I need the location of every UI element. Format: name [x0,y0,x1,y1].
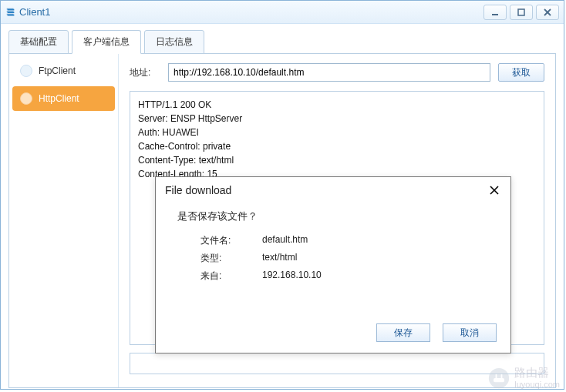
from-value: 192.168.10.10 [262,270,322,283]
dialog-row-from: 来自: 192.168.10.10 [200,270,489,283]
address-input[interactable] [168,63,490,82]
filename-value: default.htm [262,234,308,247]
tab-client-info[interactable]: 客户端信息 [72,30,141,54]
window-controls [483,5,559,20]
maximize-button[interactable] [510,5,533,20]
client-sidebar: FtpClient HttpClient [9,54,119,387]
dialog-titlebar: File download [156,177,510,202]
minimize-button[interactable] [483,5,507,20]
svg-rect-1 [518,9,524,15]
bottom-panel [130,353,544,374]
sidebar-item-label: FtpClient [39,65,76,76]
tab-basic-config[interactable]: 基础配置 [8,30,69,54]
type-value: text/html [262,252,297,265]
dialog-buttons: 保存 取消 [376,323,497,342]
address-label: 地址: [130,66,160,79]
cancel-button[interactable]: 取消 [443,323,497,342]
from-label: 来自: [200,270,262,283]
app-icon [5,7,16,18]
tab-log-info[interactable]: 日志信息 [144,30,204,54]
window-title: Client1 [19,6,483,18]
type-label: 类型: [200,252,262,265]
status-dot-icon [20,92,32,105]
sidebar-item-httpclient[interactable]: HttpClient [12,86,115,111]
dialog-row-type: 类型: text/html [200,252,489,265]
dialog-close-button[interactable] [487,183,501,197]
close-button[interactable] [536,5,559,20]
title-bar: Client1 [1,1,564,24]
file-download-dialog: File download 是否保存该文件？ 文件名: default.htm … [155,176,511,353]
dialog-body: 是否保存该文件？ 文件名: default.htm 类型: text/html … [156,202,510,295]
dialog-question: 是否保存该文件？ [177,209,489,223]
sidebar-item-ftpclient[interactable]: FtpClient [12,59,115,83]
address-row: 地址: 获取 [130,63,544,82]
dialog-row-filename: 文件名: default.htm [200,234,489,247]
fetch-button[interactable]: 获取 [498,63,544,82]
save-button[interactable]: 保存 [376,323,430,342]
sidebar-item-label: HttpClient [39,93,79,104]
filename-label: 文件名: [200,234,262,247]
tab-bar: 基础配置 客户端信息 日志信息 [8,30,556,54]
dialog-title: File download [165,184,231,196]
status-dot-icon [20,65,32,77]
